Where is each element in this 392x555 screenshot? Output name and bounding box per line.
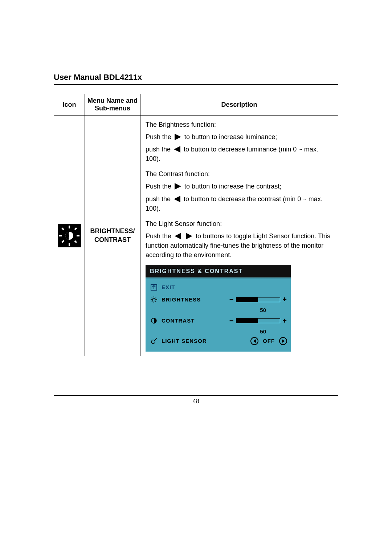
svg-rect-8 xyxy=(61,240,64,243)
brightness-increase-line: Push the to button to increase luminance… xyxy=(146,132,333,142)
col-icon: Icon xyxy=(54,94,85,116)
osd-lightsensor-item[interactable]: LIGHT SENSOR OFF xyxy=(149,336,287,347)
brightness-heading: The Brightness function: xyxy=(146,120,333,129)
svg-rect-1 xyxy=(69,226,70,228)
brightness-value: 50 xyxy=(260,306,266,314)
sensor-icon xyxy=(149,338,159,344)
brightness-contrast-icon xyxy=(58,224,81,247)
osd-panel: BRIGHTNESS & CONTRAST EXIT xyxy=(146,265,291,351)
osd-title: BRIGHTNESS & CONTRAST xyxy=(146,265,291,278)
sun-icon xyxy=(149,296,159,303)
svg-line-15 xyxy=(152,297,152,298)
icon-cell xyxy=(54,116,85,356)
osd-brightness-item[interactable]: BRIGHTNESS − + xyxy=(149,293,287,306)
plus-icon[interactable]: + xyxy=(282,316,287,326)
right-arrow-icon xyxy=(186,233,192,239)
contrast-decrease-line: push the to button to decrease the contr… xyxy=(146,194,333,213)
right-arrow-icon xyxy=(175,134,181,140)
footer-rule xyxy=(54,395,338,396)
left-arrow-icon xyxy=(175,233,181,239)
svg-line-18 xyxy=(152,301,152,302)
osd-lightsensor-label: LIGHT SENSOR xyxy=(159,337,216,345)
svg-rect-5 xyxy=(61,227,64,230)
lightsensor-value: OFF xyxy=(261,337,277,345)
description-cell: The Brightness function: Push the to but… xyxy=(140,116,338,356)
svg-rect-3 xyxy=(59,235,62,236)
minus-icon[interactable]: − xyxy=(229,316,234,326)
page-title: User Manual BDL4211x xyxy=(54,73,338,84)
osd-brightness-label: BRIGHTNESS xyxy=(159,296,216,304)
menu-name: BRIGHTNESS/ CONTRAST xyxy=(85,116,140,356)
svg-point-10 xyxy=(152,298,155,301)
col-menu: Menu Name and Sub-menus xyxy=(85,94,140,116)
osd-exit-label: EXIT xyxy=(159,283,216,291)
left-arrow-icon xyxy=(174,146,180,153)
contrast-fill xyxy=(236,319,258,323)
next-button[interactable] xyxy=(279,337,287,345)
contrast-increase-line: Push the to button to increase the contr… xyxy=(146,182,333,191)
svg-rect-2 xyxy=(69,243,70,246)
brightness-bar xyxy=(236,297,280,302)
svg-rect-7 xyxy=(74,227,77,230)
title-rule xyxy=(54,84,338,85)
brightness-decrease-line: push the to button to decrease luminance… xyxy=(146,145,333,163)
contrast-heading: The Contrast function: xyxy=(146,169,333,179)
svg-line-16 xyxy=(155,301,156,302)
plus-icon[interactable]: + xyxy=(282,294,287,305)
minus-icon[interactable]: − xyxy=(229,294,234,305)
page-number: 48 xyxy=(0,398,392,405)
left-arrow-icon xyxy=(174,196,180,202)
contrast-value: 50 xyxy=(260,328,266,336)
contrast-bar xyxy=(236,318,280,323)
lightsensor-line: Push the to buttons to toggle Light Sens… xyxy=(146,231,333,260)
prev-button[interactable] xyxy=(250,337,258,345)
brightness-fill xyxy=(236,297,258,302)
exit-icon xyxy=(149,284,159,291)
contrast-icon xyxy=(149,317,159,324)
osd-contrast-label: CONTRAST xyxy=(159,317,216,325)
osd-exit-item[interactable]: EXIT xyxy=(149,282,287,293)
osd-description-table: Icon Menu Name and Sub-menus Description xyxy=(54,94,338,356)
right-arrow-icon xyxy=(175,183,181,190)
svg-line-17 xyxy=(155,297,156,298)
col-desc: Description xyxy=(140,94,338,116)
svg-rect-4 xyxy=(77,235,79,236)
osd-contrast-item[interactable]: CONTRAST − + xyxy=(149,314,287,328)
lightsensor-heading: The Light Sensor function: xyxy=(146,219,333,228)
svg-rect-6 xyxy=(74,240,77,243)
